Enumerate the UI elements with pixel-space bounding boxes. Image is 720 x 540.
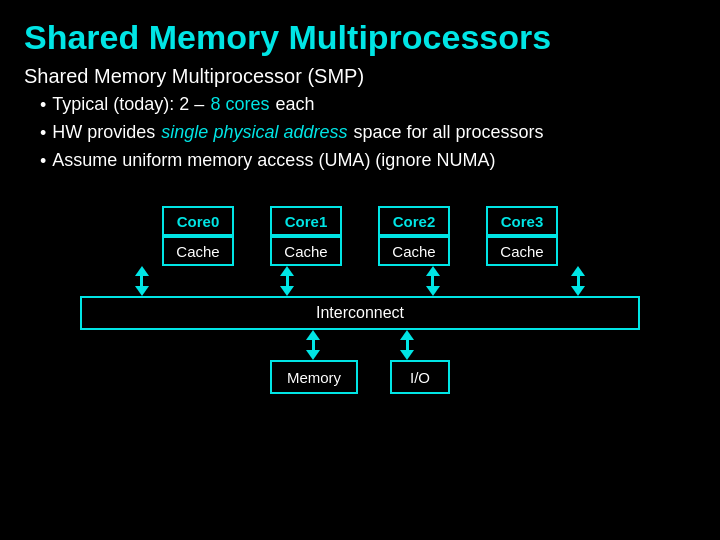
- memory-arrow: [306, 330, 320, 360]
- bullet-2-text2: space for all processors: [353, 122, 543, 143]
- cache0-box: Cache: [162, 236, 234, 266]
- memory-box: Memory: [270, 360, 358, 394]
- core1-box: Core1: [270, 206, 342, 236]
- memory-arrow-dn: [306, 350, 320, 360]
- cache-arrows-row: [80, 266, 640, 296]
- memory-arrow-line: [312, 340, 315, 350]
- arrow-line-3: [577, 276, 580, 286]
- io-arrow-line: [406, 340, 409, 350]
- bullet-list: Typical (today): 2 – 8 cores each HW pro…: [40, 94, 696, 178]
- cores-row: Core0 Cache Core1 Cache Core2 Cache Core…: [162, 206, 558, 266]
- io-label: I/O: [410, 369, 430, 386]
- arrow-dn-2: [426, 286, 440, 296]
- bullet-2-text1: HW provides: [52, 122, 155, 143]
- cache-arrow-1: [251, 266, 323, 296]
- arrow-line-0: [140, 276, 143, 286]
- bullet-2-highlight: single physical address: [161, 122, 347, 143]
- main-title: Shared Memory Multiprocessors: [24, 18, 696, 57]
- diagram: Core0 Cache Core1 Cache Core2 Cache Core…: [24, 206, 696, 394]
- arrow-up-1: [280, 266, 294, 276]
- io-arrow: [400, 330, 414, 360]
- core0-box: Core0: [162, 206, 234, 236]
- core2-box: Core2: [378, 206, 450, 236]
- interconnect-label: Interconnect: [316, 304, 404, 322]
- arrow-up-2: [426, 266, 440, 276]
- core-unit-3: Core3 Cache: [486, 206, 558, 266]
- cache1-box: Cache: [270, 236, 342, 266]
- bullet-1: Typical (today): 2 – 8 cores each: [40, 94, 696, 116]
- bullet-3-text: Assume uniform memory access (UMA) (igno…: [52, 150, 495, 171]
- bullet-1-highlight: 8 cores: [210, 94, 269, 115]
- bullet-1-text2: each: [275, 94, 314, 115]
- arrow-up-3: [571, 266, 585, 276]
- cache-arrow-3: [542, 266, 614, 296]
- core3-box: Core3: [486, 206, 558, 236]
- subtitle: Shared Memory Multiprocessor (SMP): [24, 65, 696, 88]
- bullet-3: Assume uniform memory access (UMA) (igno…: [40, 150, 696, 172]
- core-unit-0: Core0 Cache: [162, 206, 234, 266]
- memory-arrow-up: [306, 330, 320, 340]
- bullet-2: HW provides single physical address spac…: [40, 122, 696, 144]
- bottom-arrows-row: [80, 330, 640, 360]
- arrow-dn-3: [571, 286, 585, 296]
- bottom-boxes: Memory I/O: [270, 360, 450, 394]
- arrow-dn-1: [280, 286, 294, 296]
- bullet-1-text1: Typical (today): 2 –: [52, 94, 204, 115]
- cache-arrow-2: [397, 266, 469, 296]
- memory-label: Memory: [287, 369, 341, 386]
- arrow-dn-0: [135, 286, 149, 296]
- io-arrow-dn: [400, 350, 414, 360]
- interconnect-bar: Interconnect: [80, 296, 640, 330]
- io-box: I/O: [390, 360, 450, 394]
- io-arrow-up: [400, 330, 414, 340]
- cache3-box: Cache: [486, 236, 558, 266]
- cache-arrow-0: [106, 266, 178, 296]
- arrow-line-1: [286, 276, 289, 286]
- slide-container: Shared Memory Multiprocessors Shared Mem…: [0, 0, 720, 540]
- arrow-up-0: [135, 266, 149, 276]
- core-unit-2: Core2 Cache: [378, 206, 450, 266]
- arrow-line-2: [431, 276, 434, 286]
- cache2-box: Cache: [378, 236, 450, 266]
- core-unit-1: Core1 Cache: [270, 206, 342, 266]
